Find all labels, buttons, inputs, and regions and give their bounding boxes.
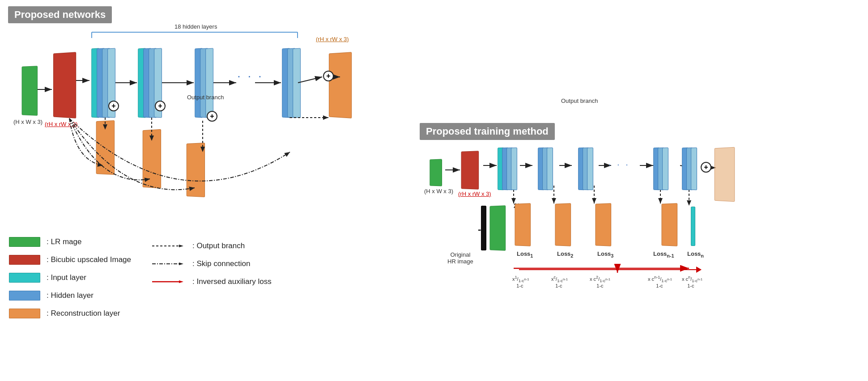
bicubic-layer (53, 52, 76, 118)
bicubic-label: (rH x rW x 3) (45, 121, 78, 127)
formula-2: xc/1-cn-1 1-c (551, 275, 568, 288)
svg-line-12 (298, 77, 322, 83)
recon-layer-2 (143, 129, 161, 188)
red-line-icon (152, 278, 188, 286)
tr-hidden-layer-6 (547, 148, 553, 190)
bicubic-swatch (9, 255, 40, 265)
recon-layer-1 (96, 120, 115, 175)
minus-label: - (478, 224, 481, 235)
loss-final-teal (691, 207, 695, 246)
hidden-swatch (9, 291, 40, 301)
plus-circle-4: + (323, 71, 334, 81)
recon-legend-text: : Reconstruction layer (47, 309, 120, 318)
tr-bicubic-layer (461, 151, 479, 190)
hidden-layers-label: 18 hidden layers (174, 23, 217, 30)
recon-swatch (9, 309, 40, 318)
hidden-legend-text: : Hidden layer (47, 291, 94, 300)
legend-section: : LR mage : Bicubic upscaled Image : Inp… (9, 237, 131, 326)
tr-lr-layer (430, 159, 442, 186)
dots-right: . . . (608, 157, 630, 168)
red-line (519, 269, 698, 270)
lr-legend-text: : LR mage (47, 237, 81, 246)
output-branch-legend: : Output branch (192, 241, 245, 250)
legend-lines-section: : Output branch : Skip connection : Inve… (152, 241, 272, 295)
output-label: (rH x rW x 3) (316, 36, 349, 42)
lr-image-layer (22, 66, 38, 116)
loss-2-label: Loss2 (557, 250, 573, 258)
plus-circle-1: + (108, 101, 119, 111)
svg-marker-35 (179, 245, 183, 247)
tr-hidden-layer-12 (662, 148, 668, 190)
svg-marker-39 (179, 280, 183, 283)
dots-left: . . . (237, 66, 264, 80)
original-hr-label: OriginalHR image (447, 251, 473, 265)
proposed-training-title: Proposed training method (420, 123, 555, 140)
dashdot-line-icon (152, 260, 188, 268)
input-legend-text: : Input layer (47, 273, 86, 282)
hr-green-layer (489, 205, 506, 251)
plus-circle-2: + (155, 101, 166, 111)
tr-output-branch-label: Output branch (561, 97, 598, 104)
svg-marker-37 (179, 262, 183, 265)
bicubic-legend-text: : Bicubic upscaled Image (47, 255, 131, 264)
output-branch-label: Output branch (187, 94, 224, 101)
hidden-layer-9 (205, 48, 213, 118)
loss-1-label: Loss1 (517, 250, 533, 258)
tr-recon-final (715, 147, 735, 202)
tr-hidden-layer-15 (691, 148, 697, 190)
loss-recon-n1 (661, 203, 677, 246)
loss-n1-label: Lossn-1 (653, 250, 674, 258)
black-bar (481, 206, 486, 250)
tr-lr-label: (H x W x 3) (424, 188, 453, 195)
recon-final (329, 52, 352, 118)
tr-hidden-layer-3 (511, 148, 517, 190)
loss-recon-1 (515, 203, 531, 246)
loss-recon-3 (595, 203, 611, 246)
lr-label: (H x W x 3) (13, 119, 43, 125)
formula-1: x1/1-cn-1 1-c (512, 275, 529, 288)
plus-circle-right: + (701, 162, 711, 173)
formula-n1: x cn-1/1-cn-1 1-c (648, 275, 672, 288)
inversed-loss-legend: : Inversed auxiliary loss (192, 277, 272, 286)
formula-n: x cn/1-cn-1 1-c (682, 275, 702, 288)
input-swatch (9, 273, 40, 283)
loss-n-label: Lossn (687, 250, 704, 258)
red-arrowhead (696, 267, 702, 273)
plus-circle-3: + (207, 111, 217, 122)
skip-connection-legend: : Skip connection (192, 259, 250, 268)
dashed-line-icon (152, 242, 188, 250)
tr-bicubic-label: (rH x rW x 3) (458, 190, 491, 197)
loss-3-label: Loss3 (597, 250, 613, 258)
formula-3: x c2/1-cn-1 1-c (590, 275, 610, 288)
recon-layer-3 (187, 143, 205, 197)
hidden-layer-12 (293, 48, 301, 118)
tr-hidden-layer-9 (587, 148, 593, 190)
proposed-networks-title: Proposed networks (8, 6, 112, 23)
loss-recon-2 (555, 203, 571, 246)
lr-swatch (9, 237, 40, 247)
